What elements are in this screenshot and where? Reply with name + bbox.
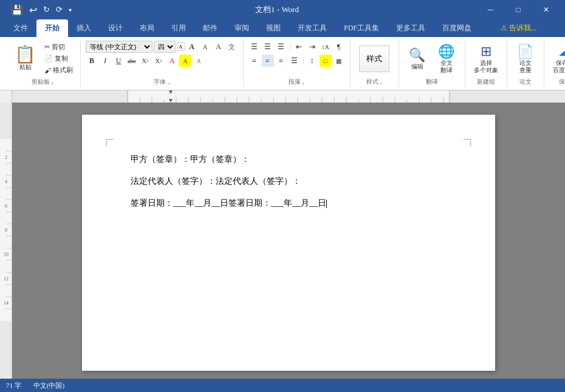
clipboard-group-label: 剪贴板 ⌟ bbox=[32, 76, 54, 86]
font-color-btn[interactable]: A bbox=[166, 55, 178, 67]
maximize-btn[interactable]: □ bbox=[504, 0, 532, 19]
align-left-btn[interactable]: ≡ bbox=[248, 55, 261, 67]
strikethrough-btn[interactable]: abc bbox=[126, 55, 138, 67]
newgroup-content: ⊞ 选择多个对象 bbox=[470, 41, 502, 76]
editing-content: 🔍 编辑 🌐 全文翻译 bbox=[404, 41, 460, 76]
align-center-btn[interactable]: ≡ bbox=[262, 55, 274, 67]
svg-text:14: 14 bbox=[4, 300, 9, 306]
cut-icon: ✂ bbox=[44, 43, 50, 51]
more-qa-btn[interactable]: ▾ bbox=[67, 5, 73, 15]
superscript-btn[interactable]: X2 bbox=[152, 55, 165, 67]
font-shade-btn[interactable]: A bbox=[193, 55, 205, 67]
doc-line-3-text: 签署日期：___年__月__日签署日期：___年__月__日 bbox=[131, 198, 327, 208]
format-painter-label: 格式刷 bbox=[53, 66, 73, 75]
sort-btn[interactable]: ↕A bbox=[320, 41, 332, 53]
baidu-cloud-icon: ☁ bbox=[558, 44, 566, 59]
align-right-btn[interactable]: ≡ bbox=[275, 55, 287, 67]
para-divider2 bbox=[303, 57, 304, 64]
document-area[interactable]: 甲方（签章）：甲方（签章）： 法定代表人（签字）：法定代表人（签字）： 签署日期… bbox=[12, 103, 565, 383]
font-size-select[interactable]: 四号 bbox=[154, 41, 176, 53]
font-size-indicator[interactable]: A bbox=[177, 42, 185, 51]
svg-text:8: 8 bbox=[5, 228, 7, 233]
styles-group-label: 样式 ⌟ bbox=[366, 76, 383, 86]
corner-mark-tr bbox=[464, 139, 471, 146]
tab-pdf[interactable]: PDF工具集 bbox=[335, 19, 388, 37]
ribbon-group-save: ☁ 保存到百度网盘 保存 bbox=[544, 39, 566, 87]
text-cursor bbox=[326, 200, 327, 208]
increase-indent-btn[interactable]: ⇥ bbox=[306, 41, 318, 53]
phonetic-btn[interactable]: 文 bbox=[226, 41, 238, 53]
save-to-baidu-btn[interactable]: ☁ 保存到百度网盘 bbox=[549, 41, 566, 76]
shading-btn[interactable]: □ bbox=[320, 55, 332, 67]
vertical-ruler: 2 4 6 8 10 12 14 bbox=[0, 103, 12, 383]
word-count-label: 71 字 bbox=[6, 382, 21, 389]
undo-quick-btn[interactable]: ↩ bbox=[28, 3, 38, 17]
save-group-label: 保存 bbox=[559, 76, 566, 86]
highlight-btn[interactable]: A bbox=[179, 55, 191, 67]
multilevel-btn[interactable]: ☰ bbox=[275, 41, 287, 53]
tab-view[interactable]: 视图 bbox=[258, 19, 289, 37]
window-title: 文档1 - Word bbox=[78, 4, 476, 15]
numbering-btn[interactable]: ☰ bbox=[262, 41, 274, 53]
tab-references[interactable]: 引用 bbox=[163, 19, 194, 37]
title-bar: 💾 ↩ ↻ ⟳ ▾ 文档1 - Word ─ □ ✕ bbox=[0, 0, 565, 19]
decrease-font-btn[interactable]: A bbox=[199, 41, 211, 53]
copy-button[interactable]: 📄 复制 bbox=[42, 53, 75, 64]
find-replace-btn[interactable]: 🔍 编辑 bbox=[404, 45, 431, 73]
ribbon-group-newgroup: ⊞ 选择多个对象 新建组 bbox=[465, 39, 507, 87]
close-btn[interactable]: ✕ bbox=[532, 0, 560, 19]
tab-design[interactable]: 设计 bbox=[100, 19, 131, 37]
translate-btn[interactable]: 🌐 全文翻译 bbox=[433, 41, 460, 76]
tab-mailings[interactable]: 邮件 bbox=[194, 19, 226, 37]
paste-button[interactable]: 📋 粘贴 bbox=[10, 44, 41, 74]
svg-text:12: 12 bbox=[4, 276, 9, 282]
font-family-select[interactable]: 等线 (中文正文) bbox=[86, 41, 152, 53]
doc-line-2: 法定代表人（签字）：法定代表人（签字）： bbox=[131, 173, 447, 190]
tab-home[interactable]: 开始 bbox=[36, 19, 68, 37]
cut-button[interactable]: ✂ 剪切 bbox=[42, 42, 75, 52]
styles-gallery-btn[interactable]: 样式 bbox=[355, 43, 393, 75]
bullets-btn[interactable]: ☰ bbox=[248, 41, 261, 53]
redo-quick-btn[interactable]: ↻ bbox=[42, 4, 51, 16]
tab-layout[interactable]: 布局 bbox=[131, 19, 163, 37]
tab-developer[interactable]: 开发工具 bbox=[289, 19, 335, 37]
paste-label: 粘贴 bbox=[19, 63, 32, 72]
para-row1: ☰ ☰ ☰ ⇤ ⇥ ↕A ¶ bbox=[248, 41, 345, 53]
clear-format-btn[interactable]: A bbox=[213, 41, 225, 53]
doc-line-1-text: 甲方（签章）：甲方（签章）： bbox=[131, 155, 250, 164]
decrease-indent-btn[interactable]: ⇤ bbox=[293, 41, 305, 53]
styles-content: 样式 bbox=[355, 41, 393, 76]
format-painter-button[interactable]: 🖌 格式刷 bbox=[42, 65, 75, 75]
tab-review[interactable]: 审阅 bbox=[226, 19, 258, 37]
increase-font-btn[interactable]: A bbox=[186, 41, 198, 53]
select-objects-btn[interactable]: ⊞ 选择多个对象 bbox=[470, 41, 502, 76]
subscript-btn[interactable]: X2 bbox=[139, 55, 151, 67]
paragraph-group-label: 段落 ⌟ bbox=[289, 76, 305, 86]
bold-btn[interactable]: B bbox=[86, 55, 98, 67]
minimize-btn[interactable]: ─ bbox=[476, 0, 504, 19]
auto-save-icon[interactable]: ⟳ bbox=[55, 4, 64, 16]
italic-btn[interactable]: I bbox=[99, 55, 111, 67]
paragraph-content: ☰ ☰ ☰ ⇤ ⇥ ↕A ¶ ≡ ≡ ≡ ☰ ↕ □ ▦ bbox=[248, 41, 345, 76]
copy-label: 复制 bbox=[55, 54, 68, 63]
line-spacing-btn[interactable]: ↕ bbox=[306, 55, 318, 67]
ribbon-group-paper: 📄 论文查重 论文 bbox=[507, 39, 544, 87]
svg-rect-1 bbox=[128, 90, 450, 103]
tab-insert[interactable]: 插入 bbox=[68, 19, 100, 37]
paper-check-btn[interactable]: 📄 论文查重 bbox=[512, 41, 539, 76]
paper-check-label: 论文查重 bbox=[519, 59, 532, 74]
corner-mark-tl bbox=[106, 139, 114, 146]
tab-baidu[interactable]: 百度网盘 bbox=[434, 19, 480, 37]
show-marks-btn[interactable]: ¶ bbox=[333, 41, 345, 53]
doc-line-2-text: 法定代表人（签字）：法定代表人（签字）： bbox=[131, 177, 301, 186]
borders-btn[interactable]: ▦ bbox=[333, 55, 345, 67]
tab-file[interactable]: 文件 bbox=[5, 19, 36, 37]
svg-text:4: 4 bbox=[5, 179, 7, 184]
underline-btn[interactable]: U bbox=[112, 55, 125, 67]
doc-line-3[interactable]: 签署日期：___年__月__日签署日期：___年__月__日 bbox=[131, 195, 447, 212]
svg-text:2: 2 bbox=[5, 155, 7, 160]
tab-more-tools[interactable]: 更多工具 bbox=[388, 19, 434, 37]
save-quick-btn[interactable]: 💾 bbox=[10, 3, 24, 17]
justify-btn[interactable]: ☰ bbox=[289, 55, 301, 67]
tab-notify[interactable]: ⚠ 告诉我... bbox=[492, 19, 545, 37]
